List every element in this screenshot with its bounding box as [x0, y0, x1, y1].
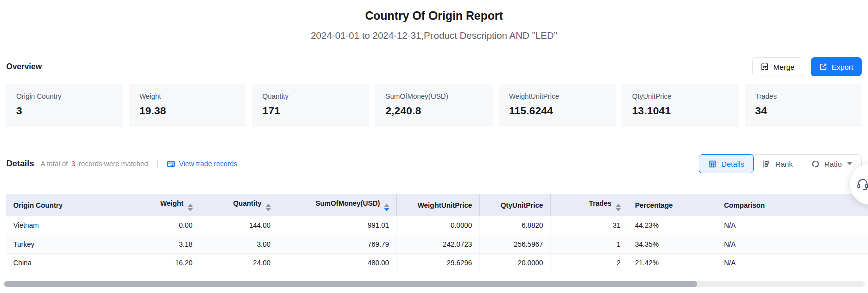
cell-percentage: 34.35% — [628, 235, 717, 253]
stat-label: Weight — [139, 92, 236, 100]
column-header-qty-unit-price: QtyUnitPrice — [479, 194, 550, 216]
overview-toolbar: Overview Merge Export — [6, 57, 862, 76]
tab-details-label: Details — [721, 160, 744, 168]
cell-weight-unit-price: 29.6296 — [396, 253, 479, 272]
cell-percentage: 44.23% — [628, 216, 717, 235]
column-label: Weight — [160, 199, 183, 207]
records-matched-prefix: A total of — [41, 160, 68, 168]
cell-comparison: N/A — [717, 216, 868, 235]
merge-cells-icon — [761, 63, 769, 71]
vertical-divider — [157, 160, 158, 168]
column-header-weight-unit-price: WeightUnitPrice — [396, 194, 479, 216]
stat-value: 3 — [16, 105, 113, 117]
column-label: Trades — [589, 199, 611, 207]
table-row-turkey[interactable]: Turkey 3.18 3.00 769.79 242.0723 256.596… — [6, 235, 868, 253]
stat-card-qty-unit-price: QtyUnitPrice 13.1041 — [622, 84, 739, 127]
cell-qty-unit-price: 20.0000 — [479, 253, 550, 272]
cell-percentage: 21.42% — [628, 253, 717, 272]
tab-ratio[interactable]: Ratio — [802, 155, 861, 173]
details-heading: Details — [6, 159, 34, 169]
view-trade-records-label: View trade records — [179, 160, 237, 168]
sort-icon[interactable] — [266, 204, 271, 211]
cell-weight: 3.18 — [124, 235, 200, 253]
cell-sum-of-money: 769.79 — [278, 235, 396, 253]
column-header-sum-of-money[interactable]: SumOfMoney(USD) — [278, 194, 396, 216]
sort-icon[interactable] — [188, 204, 193, 211]
merge-button[interactable]: Merge — [752, 57, 803, 76]
stat-label: Origin Country — [16, 92, 113, 100]
horizontal-scrollbar-track[interactable] — [3, 281, 865, 287]
cell-weight: 16.20 — [124, 253, 200, 272]
table-grid-icon — [708, 160, 717, 168]
stat-value: 19.38 — [139, 105, 236, 117]
stat-card-origin-country: Origin Country 3 — [6, 84, 123, 127]
stat-card-quantity: Quantity 171 — [252, 84, 369, 127]
details-summary: Details A total of 3 records were matche… — [6, 159, 237, 169]
ratio-donut-icon — [811, 160, 820, 168]
chevron-down-icon — [847, 162, 852, 165]
view-mode-tabs: Details Rank Ratio — [699, 154, 862, 173]
cell-qty-unit-price: 256.5967 — [479, 235, 550, 253]
records-matched-suffix: records were matched — [79, 160, 148, 168]
cell-trades: 2 — [550, 253, 628, 272]
column-label: SumOfMoney(USD) — [315, 199, 380, 207]
stat-value: 171 — [262, 105, 359, 117]
view-trade-records-link[interactable]: View trade records — [167, 160, 237, 168]
horizontal-scrollbar-thumb[interactable] — [4, 281, 697, 287]
cell-quantity: 3.00 — [200, 235, 278, 253]
tab-rank[interactable]: Rank — [753, 155, 802, 173]
cell-weight: 0.00 — [124, 216, 200, 235]
stat-value: 2,240.8 — [385, 105, 482, 117]
cell-sum-of-money: 991.01 — [278, 216, 396, 235]
export-button-label: Export — [832, 63, 853, 71]
stat-card-weight-unit-price: WeightUnitPrice 115.6244 — [499, 84, 616, 127]
column-label: Quantity — [233, 199, 262, 207]
column-header-comparison: Comparison — [717, 194, 868, 216]
cell-trades: 31 — [550, 216, 628, 235]
cell-origin-country: Turkey — [6, 235, 124, 253]
cell-comparison: N/A — [717, 253, 868, 272]
trade-records-icon — [167, 160, 175, 168]
tab-rank-label: Rank — [775, 160, 793, 168]
column-header-quantity[interactable]: Quantity — [200, 194, 278, 216]
page-subtitle: 2024-01-01 to 2024-12-31,Product Descrip… — [0, 30, 868, 41]
stat-label: WeightUnitPrice — [509, 92, 606, 100]
stat-label: Trades — [755, 92, 852, 100]
overview-cards: Origin Country 3 Weight 19.38 Quantity 1… — [6, 84, 862, 127]
cell-quantity: 24.00 — [200, 253, 278, 272]
column-label: Comparison — [724, 201, 765, 209]
cell-quantity: 144.00 — [200, 216, 278, 235]
cell-trades: 1 — [550, 235, 628, 253]
export-icon — [819, 63, 827, 71]
details-bar: Details A total of 3 records were matche… — [6, 154, 862, 173]
column-label: Percentage — [635, 201, 673, 209]
table-row-china[interactable]: China 16.20 24.00 480.00 29.6296 20.0000… — [6, 253, 868, 272]
cell-comparison: N/A — [717, 235, 868, 253]
stat-value: 115.6244 — [509, 105, 606, 117]
column-label: Origin Country — [13, 201, 63, 209]
origin-country-table: Origin Country Weight Quantity SumOfMone… — [6, 194, 868, 272]
stat-value: 34 — [755, 105, 852, 117]
overview-heading: Overview — [6, 62, 42, 71]
toolbar-buttons: Merge Export — [752, 57, 862, 76]
stat-label: QtyUnitPrice — [632, 92, 729, 100]
cell-sum-of-money: 480.00 — [278, 253, 396, 272]
sort-icon[interactable] — [616, 204, 621, 211]
tab-details[interactable]: Details — [699, 154, 754, 173]
sort-icon-active-desc[interactable] — [384, 204, 389, 211]
page-title: Country Of Origin Report — [0, 9, 868, 23]
stat-label: Quantity — [262, 92, 359, 100]
rank-bars-icon — [762, 160, 771, 168]
export-button[interactable]: Export — [811, 57, 862, 76]
column-label: WeightUnitPrice — [418, 201, 472, 209]
merge-button-label: Merge — [773, 63, 795, 71]
stat-card-trades: Trades 34 — [745, 84, 862, 127]
records-matched-count: 3 — [71, 160, 75, 168]
column-header-trades[interactable]: Trades — [550, 194, 628, 216]
cell-origin-country: China — [6, 253, 124, 272]
column-header-percentage: Percentage — [628, 194, 717, 216]
column-header-weight[interactable]: Weight — [124, 194, 200, 216]
stat-value: 13.1041 — [632, 105, 729, 117]
table-row-vietnam[interactable]: Vietnam 0.00 144.00 991.01 0.0000 6.8820… — [6, 216, 868, 235]
column-header-origin-country: Origin Country — [6, 194, 124, 216]
